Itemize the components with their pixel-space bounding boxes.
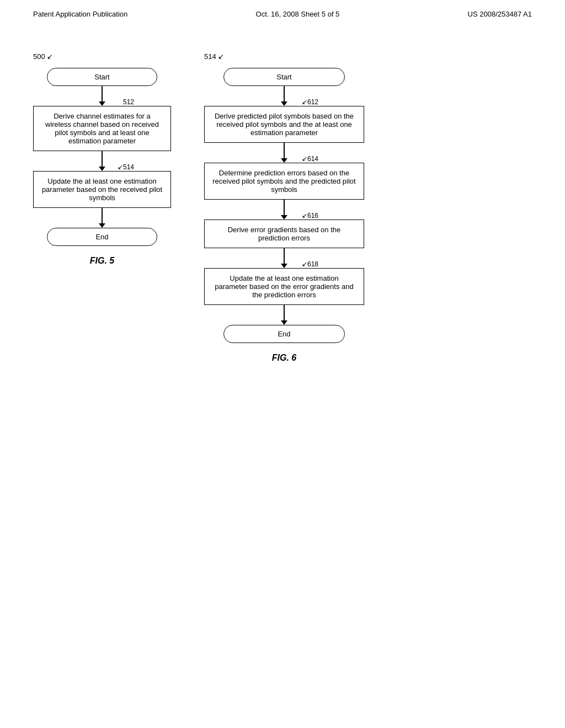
fig5-step514-label: ↙514 bbox=[118, 163, 134, 171]
fig6-step618-label: ↙618 bbox=[302, 260, 318, 268]
diagrams-row: 500 ↙ Start 512 Derive channel estimates… bbox=[0, 24, 565, 363]
fig6-diagram: 514 ↙ Start ↙612 Derive predicted pilot … bbox=[204, 68, 364, 363]
fig6-arrow1: ↙612 bbox=[281, 86, 287, 106]
fig6-arrow3: ↙616 bbox=[281, 200, 287, 220]
fig6-flow: Start ↙612 Derive predicted pilot symbol… bbox=[204, 68, 364, 343]
fig6-arrow2: ↙614 bbox=[281, 143, 287, 163]
fig5-step512-label: 512 bbox=[123, 98, 134, 106]
fig6-step614-label: ↙614 bbox=[302, 155, 318, 163]
page-header: Patent Application Publication Oct. 16, … bbox=[0, 0, 565, 24]
fig5-step512-node: Derive channel estimates for a wireless … bbox=[33, 106, 171, 151]
fig6-step612-label: ↙612 bbox=[302, 98, 318, 106]
fig6-step612-node: Derive predicted pilot symbols based on … bbox=[204, 106, 364, 143]
fig5-end-node: End bbox=[47, 228, 157, 246]
fig5-arrow1: 512 bbox=[99, 86, 105, 106]
fig6-arrow4: ↙618 bbox=[281, 248, 287, 268]
fig6-step614-node: Determine prediction errors based on the… bbox=[204, 163, 364, 200]
fig6-step616-node: Derive error gradients based on the pred… bbox=[204, 220, 364, 248]
fig6-start-node: Start bbox=[223, 68, 345, 86]
fig6-end-node: End bbox=[223, 325, 345, 343]
fig6-arrow5 bbox=[281, 305, 287, 325]
fig5-flow: Start 512 Derive channel estimates for a… bbox=[33, 68, 171, 246]
fig6-step618-node: Update the at least one estimation param… bbox=[204, 268, 364, 305]
fig5-step514-node: Update the at least one estimation param… bbox=[33, 171, 171, 208]
fig5-start-node: Start bbox=[47, 68, 157, 86]
fig5-num: 500 ↙ bbox=[33, 52, 53, 61]
header-middle: Oct. 16, 2008 Sheet 5 of 5 bbox=[256, 10, 340, 18]
fig6-num: 514 ↙ bbox=[204, 52, 224, 61]
fig6-step616-label: ↙616 bbox=[302, 212, 318, 220]
fig5-arrow2: ↙514 bbox=[99, 151, 105, 171]
fig5-arrow3 bbox=[99, 208, 105, 228]
fig6-caption: FIG. 6 bbox=[272, 353, 296, 363]
fig5-diagram: 500 ↙ Start 512 Derive channel estimates… bbox=[33, 68, 171, 266]
fig5-caption: FIG. 5 bbox=[90, 256, 114, 266]
header-left: Patent Application Publication bbox=[33, 10, 127, 18]
header-right: US 2008/253487 A1 bbox=[468, 10, 532, 18]
